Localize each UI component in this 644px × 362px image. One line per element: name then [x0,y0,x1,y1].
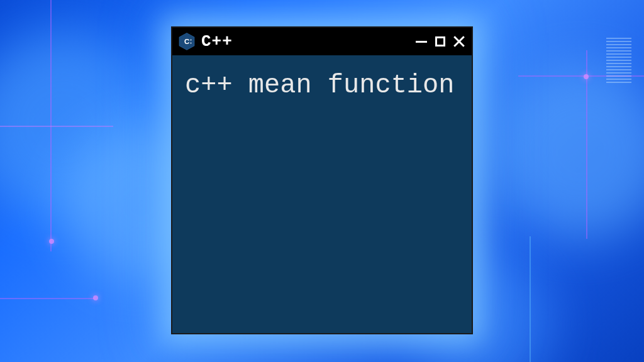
window-content: c++ mean function [172,55,472,116]
window-title: C++ [201,32,409,51]
circuit-line [0,126,113,127]
maximize-button[interactable] [433,34,448,49]
titlebar[interactable]: C + + C++ [172,28,472,55]
maximize-icon [435,36,445,47]
close-button[interactable] [452,34,467,49]
circuit-line [0,298,94,299]
circuit-line [530,236,531,362]
minimize-icon [416,41,427,43]
app-window: C + + C++ c++ mean function [171,26,473,334]
cpp-hexagon-icon: C + + [177,32,196,51]
circuit-node [49,239,54,244]
barcode-decoration [606,38,631,113]
window-controls [414,34,467,49]
close-icon [453,35,465,48]
content-text: c++ mean function [185,70,459,101]
svg-text:+: + [190,41,192,45]
minimize-button[interactable] [414,34,429,49]
svg-text:C: C [184,38,189,45]
svg-text:+: + [190,38,192,41]
circuit-node [584,74,589,79]
circuit-node [93,295,98,300]
